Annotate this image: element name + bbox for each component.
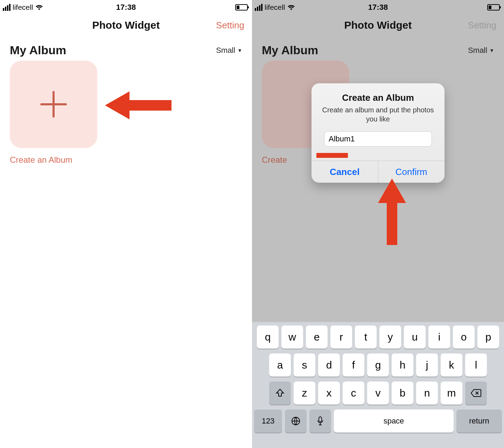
annotation-arrow-icon (378, 178, 406, 245)
create-album-tile[interactable] (10, 61, 97, 148)
plus-icon (38, 89, 69, 120)
key-c[interactable]: c (343, 382, 364, 405)
key-k[interactable]: k (441, 354, 462, 377)
alert-message: Create an album and put the photos you l… (319, 105, 437, 124)
keyboard-row: z x c v b n m (254, 382, 502, 405)
key-b[interactable]: b (392, 382, 413, 405)
key-l[interactable]: l (465, 354, 487, 377)
key-z[interactable]: z (294, 382, 315, 405)
album-name-input[interactable] (324, 131, 432, 147)
mic-key[interactable] (309, 410, 331, 433)
key-m[interactable]: m (441, 382, 462, 405)
key-x[interactable]: x (318, 382, 340, 405)
key-y[interactable]: y (379, 326, 401, 349)
annotation-underline (316, 153, 348, 158)
size-label: Small (216, 46, 235, 55)
key-g[interactable]: g (367, 354, 389, 377)
cancel-button[interactable]: Cancel (312, 161, 378, 183)
screen-step2: lifecell 17:38 Photo Widget Setting My A… (252, 0, 504, 448)
return-key[interactable]: return (456, 410, 502, 433)
keyboard-row: 123 space return (254, 410, 502, 433)
key-n[interactable]: n (416, 382, 438, 405)
key-q[interactable]: q (257, 326, 279, 349)
key-u[interactable]: u (404, 326, 426, 349)
signal-bars-icon (3, 4, 10, 11)
space-key[interactable]: space (334, 410, 454, 433)
page-title: Photo Widget (92, 19, 160, 31)
size-select[interactable]: Small ▼ (216, 46, 242, 55)
key-s[interactable]: s (294, 354, 315, 377)
chevron-down-icon: ▼ (237, 48, 242, 53)
key-a[interactable]: a (269, 354, 291, 377)
screen-step1: lifecell 17:38 Photo Widget Setting My A… (0, 0, 252, 448)
wifi-icon (35, 4, 43, 10)
key-w[interactable]: w (281, 326, 303, 349)
navbar: Photo Widget Setting (0, 15, 252, 36)
section-title: My Album (10, 43, 66, 57)
carrier-label: lifecell (13, 3, 33, 12)
keyboard-row: a s d f g h j k l (254, 354, 502, 377)
svg-marker-1 (378, 178, 406, 245)
key-t[interactable]: t (355, 326, 377, 349)
numeric-key[interactable]: 123 (254, 410, 282, 433)
key-j[interactable]: j (416, 354, 438, 377)
key-r[interactable]: r (330, 326, 352, 349)
alert-title: Create an Album (319, 92, 437, 103)
key-h[interactable]: h (392, 354, 413, 377)
annotation-arrow-icon (105, 90, 172, 121)
key-o[interactable]: o (453, 326, 475, 349)
clock: 17:38 (116, 3, 136, 12)
globe-key[interactable] (285, 410, 307, 433)
tile-caption: Create an Album (10, 155, 242, 165)
key-d[interactable]: d (318, 354, 340, 377)
shift-key[interactable] (269, 382, 291, 405)
create-album-alert: Create an Album Create an album and put … (312, 83, 444, 183)
key-p[interactable]: p (477, 326, 499, 349)
battery-icon (235, 4, 248, 10)
key-i[interactable]: i (428, 326, 450, 349)
keyboard-row: q w e r t y u i o p (254, 326, 502, 349)
key-e[interactable]: e (306, 326, 328, 349)
status-bar: lifecell 17:38 (0, 0, 252, 15)
svg-marker-0 (105, 91, 172, 119)
backspace-key[interactable] (465, 382, 487, 405)
key-v[interactable]: v (367, 382, 389, 405)
svg-rect-3 (319, 417, 322, 422)
key-f[interactable]: f (343, 354, 364, 377)
setting-button[interactable]: Setting (216, 20, 244, 31)
keyboard: q w e r t y u i o p a s d f g h j k l (252, 322, 504, 448)
